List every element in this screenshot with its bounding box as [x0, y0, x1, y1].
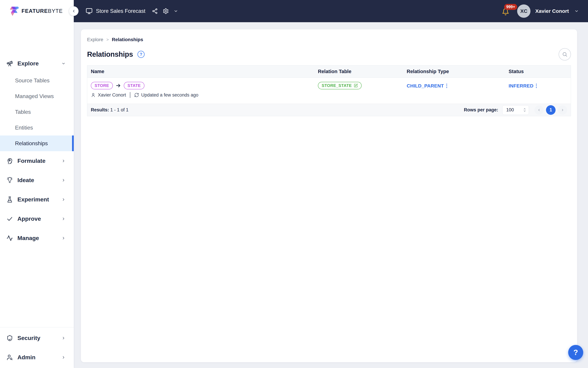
results-value: 1 - 1 of 1 — [110, 107, 129, 112]
breadcrumb-separator-icon: > — [106, 37, 109, 42]
sidebar-collapse-button[interactable] — [69, 6, 79, 16]
chevron-right-icon — [62, 236, 66, 240]
sidebar-item-label: Approve — [18, 215, 41, 222]
user-avatar[interactable]: XC — [517, 4, 530, 18]
previous-page-button[interactable] — [535, 105, 543, 115]
active-indicator — [72, 136, 74, 151]
relationship-type-value[interactable]: CHILD_PARENT — [407, 83, 444, 89]
breadcrumb-parent[interactable]: Explore — [87, 37, 103, 42]
notifications-button[interactable]: 999+ — [502, 7, 510, 16]
pagination-controls: Rows per page: 100 1 — [464, 105, 567, 115]
sidebar-item-label: Security — [18, 335, 40, 341]
row-meta: Xavier Conort Updated a few seconds ago — [91, 92, 314, 98]
share-icon[interactable] — [152, 8, 158, 14]
lightbulb-icon — [7, 177, 13, 184]
featurebyte-logo-icon — [9, 6, 19, 16]
table-row: STORE STATE Xavier Conort Updated a few … — [87, 78, 571, 104]
chevron-down-icon — [62, 62, 66, 66]
sidebar-item-managed-views[interactable]: Managed Views — [0, 88, 74, 104]
entity-pair: STORE STATE — [91, 82, 314, 89]
sidebar-item-explore[interactable]: Explore — [0, 56, 74, 71]
kebab-menu-icon[interactable] — [446, 83, 447, 88]
brand-logo[interactable]: FEATUREBYTE — [0, 0, 74, 22]
chevron-right-icon — [62, 197, 66, 202]
sidebar-item-source-tables[interactable]: Source Tables — [0, 73, 74, 88]
content-card: Explore > Relationships Relationships ? … — [81, 29, 577, 362]
select-chevrons-icon — [523, 108, 526, 112]
sidebar-item-approve[interactable]: Approve — [0, 209, 74, 229]
edit-icon — [354, 83, 358, 88]
sidebar-item-experiment[interactable]: Experiment — [0, 190, 74, 209]
flask-icon — [7, 196, 13, 203]
activity-icon — [7, 235, 13, 241]
sub-item-label: Entities — [15, 125, 33, 131]
sidebar-item-label: Formulate — [18, 157, 45, 164]
sidebar-item-label: Experiment — [18, 196, 49, 203]
relation-table-badge[interactable]: STORE_STATE — [318, 82, 362, 89]
help-fab-button[interactable]: ? — [568, 345, 583, 360]
column-header-name: Name — [87, 69, 314, 74]
page-title: Relationships — [87, 50, 133, 58]
sidebar-item-formulate[interactable]: Formulate — [0, 151, 74, 171]
monitor-icon — [86, 8, 93, 15]
user-icon — [91, 92, 96, 97]
kebab-menu-icon[interactable] — [536, 83, 537, 88]
sidebar-item-security[interactable]: Security — [0, 328, 74, 348]
user-name: Xavier Conort — [535, 8, 569, 14]
column-header-relationship-type: Relationship Type — [403, 69, 505, 74]
search-icon — [562, 52, 568, 57]
table-header: Name Relation Table Relationship Type St… — [87, 65, 571, 78]
gear-icon[interactable] — [163, 8, 169, 14]
chevron-right-icon — [62, 159, 66, 163]
sidebar-item-ideate[interactable]: Ideate — [0, 171, 74, 190]
relation-table-name: STORE_STATE — [322, 83, 352, 88]
sidebar-item-admin[interactable]: Admin — [0, 348, 74, 367]
check-icon — [7, 216, 13, 222]
entity-badge-from[interactable]: STORE — [91, 82, 113, 89]
row-updated: Updated a few seconds ago — [141, 92, 198, 98]
brand-feature: FEATURE — [21, 8, 48, 14]
sidebar-footer: Security Admin — [0, 327, 74, 368]
chevron-right-icon — [62, 336, 66, 340]
next-page-button[interactable] — [558, 105, 567, 115]
status-cell: INFERRED — [505, 82, 571, 98]
sub-item-label: Source Tables — [15, 77, 50, 84]
chevron-right-icon — [561, 108, 564, 112]
current-page-button[interactable]: 1 — [546, 105, 556, 115]
sidebar-item-manage[interactable]: Manage — [0, 229, 74, 248]
rows-per-page-value: 100 — [506, 107, 514, 113]
arrow-right-icon — [116, 83, 121, 88]
sidebar-item-entities[interactable]: Entities — [0, 120, 74, 136]
status-value[interactable]: INFERRED — [509, 83, 534, 89]
rows-per-page-select[interactable]: 100 — [502, 105, 529, 115]
chevron-left-icon — [537, 108, 541, 112]
sidebar-item-relationships[interactable]: Relationships — [0, 136, 74, 151]
sub-item-label: Relationships — [15, 140, 48, 147]
help-circle-icon[interactable]: ? — [137, 51, 145, 58]
divider — [130, 92, 130, 98]
sidebar-item-label: Ideate — [18, 177, 34, 184]
telescope-icon — [7, 60, 13, 67]
divider — [0, 327, 74, 327]
results-label: Results: — [91, 107, 109, 112]
column-header-status: Status — [505, 69, 571, 74]
pager: 1 — [535, 105, 567, 115]
sidebar-item-tables[interactable]: Tables — [0, 104, 74, 120]
sidebar-nav: Explore Source Tables Managed Views Tabl… — [0, 56, 74, 248]
sub-item-label: Managed Views — [15, 93, 54, 100]
entity-badge-to[interactable]: STATE — [124, 82, 145, 89]
brand-wordmark: FEATUREBYTE — [21, 8, 63, 14]
chevron-down-icon[interactable] — [174, 9, 178, 13]
brand-byte: BYTE — [48, 8, 63, 14]
relation-table-cell: STORE_STATE — [314, 82, 403, 98]
column-header-relation-table: Relation Table — [314, 69, 403, 74]
title-row: Relationships ? — [87, 48, 571, 60]
sidebar-item-label: Admin — [18, 354, 36, 361]
head-gear-icon — [7, 158, 13, 164]
search-button[interactable] — [559, 48, 571, 60]
sidebar-item-label: Explore — [18, 60, 39, 67]
shield-check-icon — [7, 335, 13, 341]
chevron-down-icon[interactable] — [574, 9, 579, 13]
sidebar: FEATUREBYTE Explore Source Tables Manage… — [0, 0, 74, 368]
breadcrumb: Explore > Relationships — [87, 29, 571, 42]
